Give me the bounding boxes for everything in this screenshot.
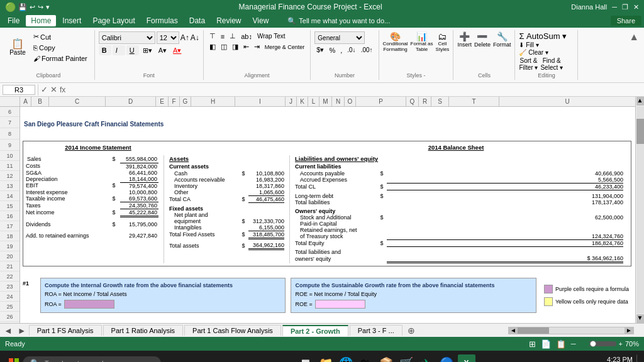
ca-val-total[interactable]: 46,475,460: [248, 196, 284, 203]
row-header-16[interactable]: 16: [0, 211, 19, 221]
clear-btn[interactable]: 🧹 Clear ▾: [519, 49, 548, 56]
row-header-27[interactable]: 27: [0, 322, 19, 323]
col-header-h[interactable]: H: [191, 97, 235, 106]
orientation-btn[interactable]: ab↕: [239, 32, 254, 41]
tab-nav-prev[interactable]: ◄: [1, 326, 15, 336]
page-layout-view-btn[interactable]: 📄: [541, 339, 551, 349]
total-assets-val[interactable]: 364,962,160: [248, 242, 284, 250]
page-break-view-btn[interactable]: 📋: [556, 339, 566, 349]
sheet-tab-growth[interactable]: Part 2 - Growth: [282, 325, 348, 336]
row-header-24[interactable]: 24: [0, 292, 19, 302]
col-header-o[interactable]: O: [345, 97, 356, 106]
col-header-g[interactable]: G: [180, 97, 191, 106]
zoom-out-btn[interactable]: ─: [571, 340, 576, 348]
row-header-12[interactable]: 12: [0, 171, 19, 181]
minimize-btn[interactable]: ─: [612, 3, 617, 11]
fa-val-intang[interactable]: 6,155,000: [248, 224, 284, 231]
col-header-i[interactable]: I: [235, 97, 286, 106]
is-val-retained[interactable]: 29,427,840: [120, 233, 158, 239]
share-btn[interactable]: Share: [611, 16, 641, 26]
excel-taskbar-btn[interactable]: X: [458, 354, 475, 362]
increase-decimal-btn[interactable]: .00↑: [359, 46, 375, 54]
cl-val-ap[interactable]: 40,666,900: [387, 170, 623, 177]
dropbox-btn[interactable]: 📦: [377, 354, 395, 362]
quick-access-more[interactable]: ▾: [46, 3, 50, 11]
roa-input[interactable]: [64, 300, 114, 309]
col-header-a[interactable]: A: [20, 97, 31, 106]
row-header-6[interactable]: 6: [0, 107, 19, 117]
sheet-tab-ratio-analysis[interactable]: Part 1 Ratio Analysis: [103, 325, 184, 336]
autosum-btn[interactable]: Σ AutoSum ▾: [519, 31, 567, 41]
col-header-p[interactable]: P: [356, 97, 406, 106]
scroll-down-btn[interactable]: ▼: [636, 314, 644, 323]
delete-cells-btn[interactable]: ➖ Delete: [474, 31, 491, 48]
row-header-22[interactable]: 22: [0, 272, 19, 282]
col-header-b[interactable]: B: [31, 97, 49, 106]
format-painter-button[interactable]: 🖌 Format Painter: [30, 53, 91, 63]
conditional-formatting-btn[interactable]: 🎨 ConditionalFormatting: [383, 31, 408, 53]
row-header-11[interactable]: 11: [0, 161, 19, 171]
fill-btn[interactable]: ⬇ Fill ▾: [519, 41, 538, 48]
menu-view[interactable]: View: [248, 15, 274, 26]
quick-access-redo[interactable]: ↪: [38, 3, 43, 11]
oe-val-te[interactable]: 186,824,760: [387, 239, 623, 246]
row-header-19[interactable]: 19: [0, 241, 19, 251]
format-as-table-btn[interactable]: 📊 Format asTable: [411, 31, 433, 53]
font-grow-btn[interactable]: A↑: [180, 33, 189, 42]
col-header-d[interactable]: D: [106, 97, 156, 106]
font-color-btn[interactable]: A▾: [170, 46, 184, 55]
formula-input[interactable]: [68, 85, 641, 94]
is-val-taxes[interactable]: 24,350,760: [120, 202, 158, 209]
scroll-thumb[interactable]: [636, 119, 644, 144]
col-header-q[interactable]: Q: [406, 97, 419, 106]
cut-button[interactable]: ✂ Cut: [30, 31, 91, 42]
tripadvisor-btn[interactable]: ✈: [418, 354, 435, 362]
close-btn[interactable]: ✕: [633, 3, 639, 11]
row-header-26[interactable]: 26: [0, 312, 19, 322]
col-header-r[interactable]: R: [419, 97, 431, 106]
increase-indent-btn[interactable]: ⇥: [252, 42, 262, 52]
bold-button[interactable]: B: [99, 45, 111, 55]
cancel-icon[interactable]: ✕: [50, 85, 57, 94]
is-val-ni[interactable]: 45,222,840: [120, 209, 158, 216]
col-header-s[interactable]: S: [431, 97, 449, 106]
scroll-track[interactable]: [636, 106, 644, 314]
row-header-25[interactable]: 25: [0, 302, 19, 312]
tell-me-box[interactable]: 🔍 Tell me what you want to do...: [287, 17, 390, 25]
menu-insert[interactable]: Insert: [57, 15, 86, 26]
format-cells-btn[interactable]: 🔧 Format: [493, 31, 511, 48]
vertical-scrollbar[interactable]: ▲ ▼: [635, 97, 644, 323]
col-header-u[interactable]: U: [499, 97, 635, 106]
ribbon-collapse-btn[interactable]: ▲: [626, 30, 641, 80]
col-header-f[interactable]: F: [169, 97, 180, 106]
currency-btn[interactable]: $▾: [314, 45, 326, 55]
scroll-up-btn[interactable]: ▲: [636, 97, 644, 106]
align-top-btn[interactable]: ⊤: [208, 31, 218, 41]
underline-button[interactable]: U: [126, 45, 139, 55]
roe-input[interactable]: [315, 300, 365, 309]
font-size-select[interactable]: 12: [157, 31, 179, 44]
fill-color-btn[interactable]: A▾: [156, 46, 169, 55]
chrome-btn[interactable]: 🔵: [438, 354, 455, 362]
row-header-17[interactable]: 17: [0, 221, 19, 231]
align-center-btn[interactable]: ◫: [219, 42, 229, 52]
tab-nav-next[interactable]: ►: [15, 326, 29, 336]
function-icon[interactable]: fx: [60, 85, 65, 94]
font-shrink-btn[interactable]: A↓: [191, 33, 199, 42]
merge-center-btn[interactable]: Merge & Center: [263, 43, 307, 51]
taskbar-search-bar[interactable]: 🔍: [23, 356, 161, 362]
cell-reference-input[interactable]: [3, 85, 35, 95]
wrap-text-btn[interactable]: Wrap Text: [255, 32, 287, 40]
is-val-costs[interactable]: 391,824,000: [120, 163, 158, 170]
ca-val-other[interactable]: 1,065,600: [248, 189, 284, 196]
row-header-8[interactable]: 8: [0, 128, 19, 140]
sheet-tab-cash-flow[interactable]: Part 1 Cash Flow Analysis: [184, 325, 281, 336]
menu-home[interactable]: Home: [26, 15, 56, 26]
zoom-in-btn[interactable]: +: [619, 340, 623, 348]
italic-button[interactable]: I: [113, 45, 125, 55]
is-val-ebit[interactable]: 79,574,400: [120, 182, 158, 189]
explorer-btn[interactable]: 📁: [317, 354, 335, 362]
ca-val-ar[interactable]: 16,983,200: [248, 177, 284, 183]
is-val-interest[interactable]: 10,000,800: [120, 189, 158, 195]
col-header-c[interactable]: C: [49, 97, 106, 106]
